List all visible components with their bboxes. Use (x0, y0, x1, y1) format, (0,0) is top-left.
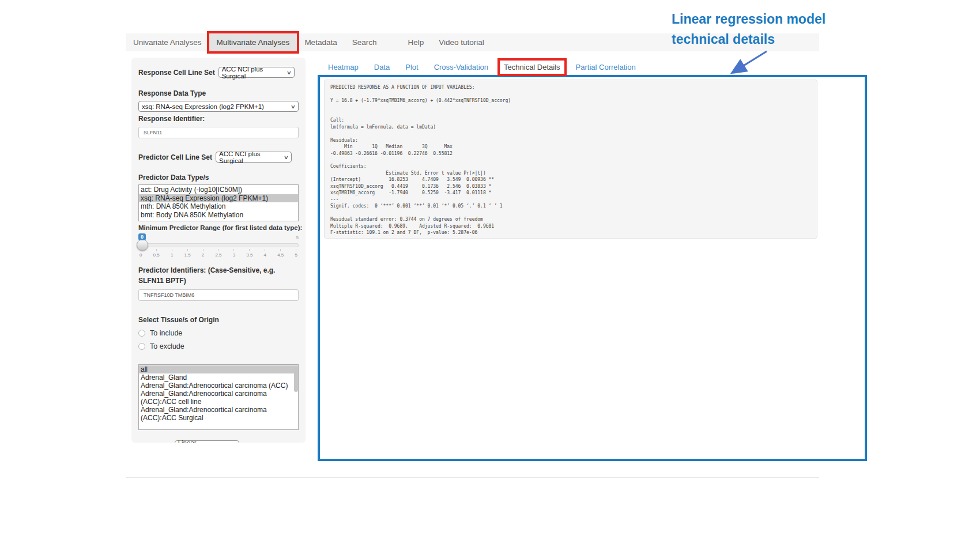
result-tab[interactable]: Cross-Validation (430, 61, 492, 74)
predictor-data-type-option[interactable]: mth: DNA 850K Methylation (139, 202, 298, 211)
algorithm-value: Linear Regression (178, 439, 228, 443)
slider-tick-label: 0.5 (153, 249, 160, 258)
nav-item-label: Metadata (304, 38, 337, 47)
algorithm-select[interactable]: Linear Regression ∨ (175, 440, 239, 443)
nav-item-label: Video tutorial (439, 38, 484, 47)
predictor-data-types-listbox: act: Drug Activity (-log10[IC50M]) xsq: … (138, 184, 299, 221)
nav-item[interactable]: Video tutorial (431, 33, 492, 51)
listbox-scrollbar[interactable] (294, 368, 298, 392)
tissue-option[interactable]: Adrenal_Gland (139, 373, 298, 382)
predictor-data-type-option[interactable]: xsq: RNA-seq Expression (log2 FPKM+1) (139, 194, 298, 203)
radio-button-icon[interactable] (138, 343, 145, 350)
tissue-option-label: Adrenal_Gland:Adrenocortical carcinoma (… (141, 406, 267, 422)
slider-tick-label: 3 (233, 249, 235, 258)
tissue-option-label: Adrenal_Gland:Adrenocortical carcinoma (… (141, 390, 267, 406)
response-identifier-label: Response Identifier: (138, 115, 299, 123)
predictor-identifiers-input[interactable] (138, 289, 299, 301)
min-predictor-range-slider: 0 5 0 0.5 1 1.5 2 2.5 3 (138, 233, 299, 260)
predictor-data-types-label: Predictor Data Type/s (138, 173, 299, 182)
response-cell-line-set-select[interactable]: ACC NCI plus Surgical ∨ (218, 67, 295, 78)
result-tab[interactable]: Technical Details (500, 61, 564, 74)
response-data-type-label: Response Data Type (138, 89, 299, 97)
predictor-data-type-option-label: act: Drug Activity (-log10[IC50M]) (141, 186, 242, 194)
result-tab-label: Cross-Validation (434, 63, 488, 71)
predictor-data-type-option-label: mth: DNA 850K Methylation (141, 202, 225, 210)
tissue-radio-label: To include (150, 329, 182, 337)
slider-tick-label: 1.5 (184, 249, 191, 258)
tissue-option[interactable]: all (139, 365, 298, 373)
nav-item[interactable]: Search (345, 33, 385, 51)
response-cell-line-set-label: Response Cell Line Set (138, 69, 215, 77)
nav-item-label: Multivariate Analyses (217, 38, 290, 47)
result-tab[interactable]: Plot (401, 61, 422, 74)
result-tab-label: Plot (405, 63, 418, 71)
nav-item[interactable]: Multivariate Analyses (209, 33, 297, 51)
predictor-data-type-option-label: bmt: Body DNA 850K Methylation (141, 211, 243, 219)
result-tab-label: Technical Details (504, 63, 560, 71)
predictor-cell-line-set-select[interactable]: ACC NCI plus Surgical ∨ (216, 152, 292, 163)
result-tab-label: Data (374, 63, 390, 71)
slider-ticks: 0 0.5 1 1.5 2 2.5 3 3.5 4 4.5 (140, 249, 297, 258)
predictor-data-type-option[interactable]: bmt: Body DNA 850K Methylation (139, 211, 298, 220)
nav-item-label: Univariate Analyses (133, 38, 202, 47)
tissue-origin-radios: To include To exclude (138, 329, 299, 350)
slider-tick-label: 5 (295, 249, 297, 258)
slider-track[interactable] (138, 243, 299, 247)
result-tabs: Heatmap Data Plot Cross-Validation Techn… (324, 61, 647, 74)
response-identifier-input[interactable] (138, 127, 299, 138)
annotation-line-1: Linear regression model (672, 9, 826, 29)
r-model-output: PREDICTED RESPONSE AS A FUNCTION OF INPU… (324, 80, 817, 239)
chevron-down-icon: ∨ (287, 70, 292, 76)
slider-tick-label: 1 (171, 249, 173, 258)
tissue-origin-listbox: all Adrenal_Gland Adrenal_Gland:Adrenoco… (138, 364, 299, 430)
algorithm-label: Algorithm (138, 442, 171, 443)
slider-value-badge: 0 (138, 233, 146, 240)
result-tab-label: Heatmap (328, 63, 359, 71)
tissue-option[interactable]: Adrenal_Gland:Adrenocortical carcinoma (… (139, 406, 298, 422)
nav-item[interactable]: Metadata (297, 33, 344, 51)
predictor-cell-line-set-label: Predictor Cell Line Set (138, 153, 212, 161)
tissue-option-label: all (141, 365, 148, 373)
nav-item-label: Search (352, 38, 377, 47)
footer-divider (126, 477, 819, 478)
slider-tick-label: 3.5 (246, 249, 252, 258)
tissue-option-label: Adrenal_Gland (141, 373, 187, 382)
tissue-option-label: Adrenal_Gland:Adrenocortical carcinoma (… (141, 382, 288, 390)
annotation-arrow-icon (725, 48, 775, 77)
tissue-option[interactable]: Adrenal_Gland:Adrenocortical carcinoma (… (139, 390, 298, 406)
tissue-radio-row[interactable]: To exclude (138, 342, 299, 350)
predictor-identifiers-label: Predictor Identifiers: (Case-Sensitive, … (138, 265, 299, 286)
annotation-text: Linear regression model technical detail… (672, 9, 826, 50)
response-data-type-value: xsq: RNA-seq Expression (log2 FPKM+1) (142, 103, 264, 110)
nav-item[interactable]: Univariate Analyses (126, 33, 209, 51)
slider-max-label: 5 (296, 235, 299, 240)
tissue-radio-row[interactable]: To include (138, 329, 299, 337)
min-predictor-range-label: Minimum Predictor Range (for first liste… (138, 224, 299, 231)
nav-item[interactable]: Help (400, 33, 431, 51)
slider-tick-label: 4.5 (277, 249, 284, 258)
nav-item-label: Help (408, 38, 424, 47)
result-tab-label: Partial Correlation (576, 63, 636, 71)
chevron-down-icon: ∨ (284, 154, 289, 160)
tissue-origin-label: Select Tissue/s of Origin (138, 316, 299, 324)
tissue-radio-label: To exclude (150, 342, 184, 350)
chevron-down-icon: ∨ (291, 104, 296, 110)
app-page: Linear regression model technical detail… (0, 0, 980, 551)
sidebar-form: Response Cell Line Set ACC NCI plus Surg… (131, 58, 306, 443)
result-tab[interactable]: Partial Correlation (572, 61, 640, 74)
slider-tick-label: 2 (202, 249, 204, 258)
predictor-cell-line-set-value: ACC NCI plus Surgical (219, 150, 281, 164)
result-tab[interactable]: Data (370, 61, 394, 74)
result-tab[interactable]: Heatmap (324, 61, 363, 74)
radio-button-icon[interactable] (138, 330, 145, 337)
slider-handle[interactable] (137, 239, 148, 251)
tissue-option[interactable]: Adrenal_Gland:Adrenocortical carcinoma (… (139, 382, 298, 390)
response-data-type-select[interactable]: xsq: RNA-seq Expression (log2 FPKM+1) ∨ (138, 101, 299, 112)
technical-details-panel: PREDICTED RESPONSE AS A FUNCTION OF INPU… (318, 75, 867, 461)
predictor-data-type-option-label: xsq: RNA-seq Expression (log2 FPKM+1) (141, 194, 268, 202)
predictor-data-type-option[interactable]: act: Drug Activity (-log10[IC50M]) (139, 186, 298, 194)
annotation-line-2: technical details (672, 29, 826, 50)
slider-tick-label: 4 (264, 249, 266, 258)
response-cell-line-set-value: ACC NCI plus Surgical (222, 66, 284, 80)
slider-tick-label: 2.5 (215, 249, 221, 258)
